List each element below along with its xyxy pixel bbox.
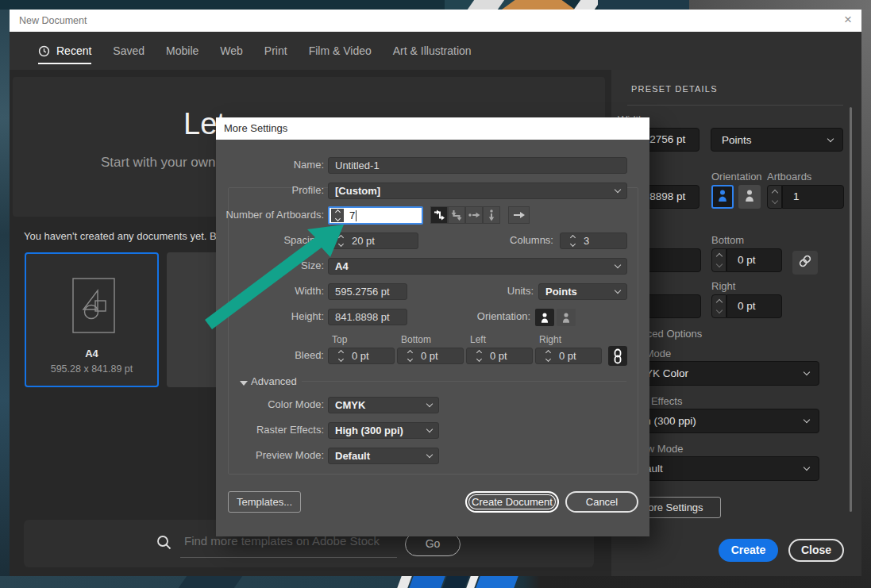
height-field[interactable]: 841.8898 pt [328,309,407,325]
tab-label: Recent [56,44,91,57]
artboards-stepper[interactable] [331,209,344,222]
close-button[interactable]: Close [788,539,844,562]
spacing-stepper[interactable] [335,236,346,246]
orientation-landscape-button[interactable] [557,309,576,326]
stepper-down-icon [476,356,481,362]
grid-by-column-icon [450,209,463,221]
stepper-down-icon [771,198,777,204]
columns-field[interactable]: 3 [560,233,627,249]
tab-print[interactable]: Print [264,32,287,70]
columns-label: Columns: [486,234,553,246]
chevron-down-icon [804,464,810,471]
empty-state-text: You haven't created any documents yet. B… [24,230,230,242]
dialog-body: Name: Untitled-1 Profile: [Custom] Numbe… [216,140,649,536]
tab-label: Print [264,44,287,57]
bleed-bottom-field[interactable]: 0 pt [397,348,464,364]
bleed-left-field[interactable]: 0 pt [466,348,533,364]
hero-subheading: Start with your own d [101,155,227,171]
desktop-backdrop-top [0,0,871,10]
width-field[interactable]: 595.2756 pt [328,283,407,300]
grid-by-row-button[interactable] [430,206,448,224]
columns-stepper[interactable] [567,236,578,246]
chain-link-icon [798,254,812,271]
tab-saved[interactable]: Saved [113,32,145,70]
stepper-up-icon [771,190,777,196]
units-value: Points [722,134,752,146]
units-dropdown[interactable]: Points [538,283,627,300]
profile-dropdown[interactable]: [Custom] [328,183,627,199]
color-mode-value: CMYK [335,399,365,411]
stepper-up-icon [715,253,722,259]
bleed-right-value: 0 pt [559,350,576,362]
artboards-stepper[interactable] [767,185,782,209]
color-mode-dropdown[interactable]: CMYK [328,397,439,413]
preview-mode-dropdown[interactable]: Default [328,448,439,464]
splash-shape [409,576,445,588]
chevron-down-icon [615,262,621,268]
panel-scrollbar[interactable] [850,107,852,512]
size-dropdown[interactable]: A4 [328,258,627,275]
arrange-by-row-button[interactable] [465,206,483,224]
bleed-stepper[interactable] [335,351,346,361]
advanced-divider [302,381,626,382]
orientation-landscape-button[interactable] [738,185,761,209]
spacing-field[interactable]: 20 pt [328,233,418,249]
advanced-section-label[interactable]: Advanced [251,375,297,387]
bleed-link-button[interactable] [792,251,818,275]
number-of-artboards-input[interactable]: 7 [328,206,423,225]
chevron-down-icon [827,135,834,141]
orientation-portrait-button[interactable] [711,185,734,209]
tab-recent[interactable]: Recent [38,32,91,70]
bleed-stepper[interactable] [542,351,553,361]
tab-label: Saved [113,44,145,57]
raster-effects-value: High (300 ppi) [335,425,403,436]
tab-art-illustration[interactable]: Art & Illustration [393,32,472,70]
clock-icon [38,45,50,57]
tab-mobile[interactable]: Mobile [166,32,198,70]
orientation-portrait-button[interactable] [535,309,554,326]
chevron-down-icon [426,401,433,407]
stepper-down-icon [334,216,340,221]
preset-card-name: A4 [26,348,157,359]
artboards-field[interactable]: 1 [782,185,844,209]
bleed-stepper[interactable] [404,351,415,361]
bleed-stepper[interactable] [473,351,484,361]
preset-card-dims: 595.28 x 841.89 pt [26,363,157,375]
create-button[interactable]: Create [719,539,778,562]
name-field[interactable]: Untitled-1 [328,157,627,174]
create-document-button[interactable]: Create Document [465,491,559,513]
desktop-backdrop-bottom [0,576,871,588]
chevron-down-icon [426,452,433,458]
stepper-up-icon [569,235,575,240]
bleed-right-field[interactable]: 0 pt [535,348,602,364]
collapse-triangle-icon[interactable] [240,381,248,386]
arrange-by-column-button[interactable] [483,206,500,224]
units-dropdown[interactable]: Points [711,128,843,152]
preset-card-a4[interactable]: A4 595.28 x 841.89 pt [25,252,159,387]
close-icon[interactable]: × [844,10,852,30]
tab-web[interactable]: Web [220,32,243,70]
cancel-button[interactable]: Cancel [565,491,638,513]
splash-shape [598,0,689,10]
bleed-bottom-field[interactable]: 0 pt [726,248,782,272]
grid-by-column-button[interactable] [448,206,465,224]
bleed-top-field[interactable]: 0 pt [328,348,395,364]
bleed-bottom-stepper[interactable] [711,248,726,272]
templates-button[interactable]: Templates... [228,491,301,513]
raster-effects-dropdown[interactable]: High (300 ppi) [328,422,439,439]
dialog-titlebar: More Settings [216,117,649,140]
bleed-link-button[interactable] [608,346,627,366]
columns-value: 3 [584,235,589,247]
bleed-right-stepper[interactable] [711,294,726,318]
bleed-right-field[interactable]: 0 pt [726,294,782,318]
stepper-down-icon [407,356,412,362]
spacing-value: 20 pt [352,235,375,247]
right-to-left-layout-button[interactable] [508,206,530,224]
stepper-down-icon [337,241,343,247]
artboards-value: 7 [349,209,355,221]
units-label: Units: [454,285,534,297]
bleed-right-header: Right [539,334,561,345]
bleed-top-value: 0 pt [352,350,369,362]
right-arrow-icon [512,209,526,221]
tab-film-video[interactable]: Film & Video [309,32,372,70]
